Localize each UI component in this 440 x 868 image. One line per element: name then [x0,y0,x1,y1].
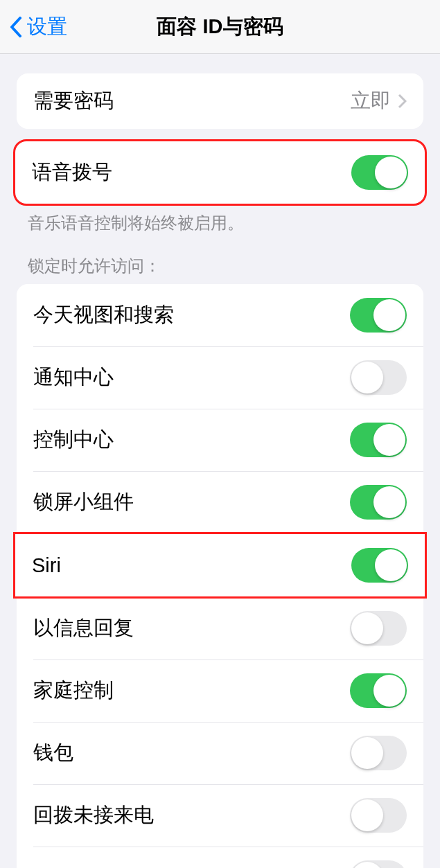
notification-toggle[interactable] [350,360,407,395]
lock-item-siri-highlight: Siri [15,534,425,596]
lock-item-notification: 通知中心 [17,346,423,409]
group-lock-access-bottom: 以信息回复 家庭控制 钱包 回拨未接来电 USB配件 [17,596,423,868]
toggle-knob [375,549,407,581]
toggle-knob [375,157,407,188]
toggle-knob [351,737,383,769]
voice-dial-row: 语音拨号 [15,141,425,204]
lock-item-today: 今天视图和搜索 [17,284,423,346]
voice-dial-toggle[interactable] [351,155,408,190]
toggle-knob [351,799,383,831]
lock-item-siri: Siri [15,534,425,596]
toggle-knob [351,862,383,868]
back-label: 设置 [27,13,67,41]
lock-item-label: USB配件 [33,864,115,868]
back-button[interactable]: 设置 [0,13,67,41]
lock-item-lock-widgets: 锁屏小组件 [17,471,423,533]
group-require-passcode: 需要密码 立即 [17,73,423,129]
toggle-knob [351,362,383,393]
lock-widgets-toggle[interactable] [350,485,407,520]
require-passcode-label: 需要密码 [33,87,114,115]
require-passcode-row[interactable]: 需要密码 立即 [17,73,423,129]
toggle-knob [373,424,405,456]
chevron-right-icon [398,94,407,109]
voice-dial-footer: 音乐语音控制将始终被启用。 [0,204,440,234]
reply-message-toggle[interactable] [350,611,407,646]
lock-item-label: 钱包 [33,739,73,767]
lock-item-home-control: 家庭控制 [17,659,423,722]
today-toggle[interactable] [350,298,407,333]
group-voice-dial: 语音拨号 [15,141,425,204]
lock-item-label: 锁屏小组件 [33,488,134,516]
lock-item-usb-accessories: USB配件 [17,847,423,868]
lock-access-header: 锁定时允许访问： [0,234,440,284]
toggle-knob [351,612,383,644]
chevron-left-icon [10,17,23,37]
toggle-knob [373,486,405,518]
lock-item-reply-message: 以信息回复 [17,597,423,659]
siri-toggle[interactable] [351,548,408,583]
content: 需要密码 立即 语音拨号 音乐语音控制将始终被启用。 锁定时允许访问： 今天视图… [0,73,440,868]
lock-item-label: 家庭控制 [33,677,114,705]
lock-item-return-missed-calls: 回拨未接来电 [17,784,423,847]
lock-item-label: 控制中心 [33,426,114,454]
lock-item-label: Siri [32,554,61,577]
require-passcode-value: 立即 [351,87,391,115]
lock-item-wallet: 钱包 [17,722,423,784]
wallet-toggle[interactable] [350,736,407,770]
voice-dial-label: 语音拨号 [32,159,112,186]
return-calls-toggle[interactable] [350,798,407,833]
lock-item-label: 今天视图和搜索 [33,301,174,329]
lock-item-label: 以信息回复 [33,614,134,642]
lock-item-control-center: 控制中心 [17,409,423,471]
control-center-toggle[interactable] [350,423,407,457]
require-passcode-value-wrap: 立即 [351,87,407,115]
nav-bar: 设置 面容 ID与密码 [0,0,440,54]
lock-item-label: 通知中心 [33,364,114,391]
toggle-knob [373,675,405,707]
home-control-toggle[interactable] [350,673,407,708]
usb-accessories-toggle[interactable] [350,860,407,868]
lock-item-label: 回拨未接来电 [33,801,154,829]
toggle-knob [373,299,405,331]
group-lock-access-top: 今天视图和搜索 通知中心 控制中心 锁屏小组件 [17,284,423,534]
